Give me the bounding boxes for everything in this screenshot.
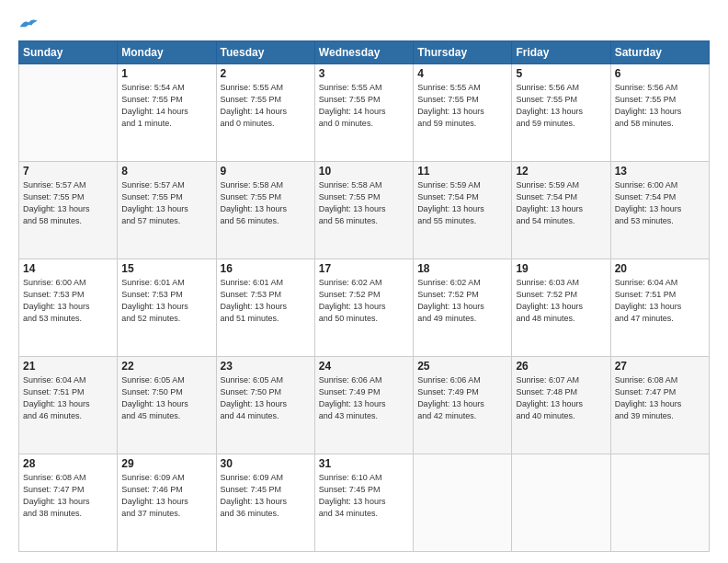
day-info: Sunrise: 6:06 AM Sunset: 7:49 PM Dayligh…	[417, 374, 507, 422]
day-number: 8	[121, 165, 211, 178]
calendar-week-row: 7Sunrise: 5:57 AM Sunset: 7:55 PM Daylig…	[19, 162, 710, 259]
calendar-week-row: 21Sunrise: 6:04 AM Sunset: 7:51 PM Dayli…	[19, 357, 710, 454]
day-info: Sunrise: 6:03 AM Sunset: 7:52 PM Dayligh…	[516, 277, 606, 325]
weekday-header: Tuesday	[216, 41, 314, 64]
day-number: 24	[319, 360, 409, 373]
calendar-cell: 14Sunrise: 6:00 AM Sunset: 7:53 PM Dayli…	[19, 259, 118, 357]
calendar-cell: 12Sunrise: 5:59 AM Sunset: 7:54 PM Dayli…	[512, 162, 610, 259]
day-info: Sunrise: 5:55 AM Sunset: 7:55 PM Dayligh…	[417, 82, 507, 130]
day-number: 18	[417, 262, 507, 275]
calendar-cell: 17Sunrise: 6:02 AM Sunset: 7:52 PM Dayli…	[314, 259, 413, 357]
day-number: 1	[121, 67, 211, 80]
calendar-cell	[414, 454, 512, 552]
calendar-week-row: 1Sunrise: 5:54 AM Sunset: 7:55 PM Daylig…	[19, 64, 710, 162]
header	[18, 17, 710, 31]
day-info: Sunrise: 6:10 AM Sunset: 7:45 PM Dayligh…	[319, 472, 409, 520]
day-info: Sunrise: 6:04 AM Sunset: 7:51 PM Dayligh…	[23, 374, 113, 422]
day-info: Sunrise: 5:56 AM Sunset: 7:55 PM Dayligh…	[516, 82, 606, 130]
day-info: Sunrise: 6:02 AM Sunset: 7:52 PM Dayligh…	[417, 277, 507, 325]
page: SundayMondayTuesdayWednesdayThursdayFrid…	[0, 0, 728, 563]
day-info: Sunrise: 6:09 AM Sunset: 7:46 PM Dayligh…	[121, 472, 211, 520]
calendar-cell: 31Sunrise: 6:10 AM Sunset: 7:45 PM Dayli…	[314, 454, 413, 552]
calendar-cell	[610, 454, 709, 552]
day-info: Sunrise: 5:54 AM Sunset: 7:55 PM Dayligh…	[121, 82, 211, 130]
day-number: 30	[221, 457, 311, 470]
calendar-cell: 6Sunrise: 5:56 AM Sunset: 7:55 PM Daylig…	[610, 64, 709, 162]
weekday-header: Saturday	[610, 41, 709, 64]
day-number: 25	[417, 360, 507, 373]
calendar-cell: 2Sunrise: 5:55 AM Sunset: 7:55 PM Daylig…	[216, 64, 314, 162]
calendar-cell: 20Sunrise: 6:04 AM Sunset: 7:51 PM Dayli…	[610, 259, 709, 357]
day-number: 14	[23, 262, 113, 275]
day-number: 31	[319, 457, 409, 470]
calendar-cell: 15Sunrise: 6:01 AM Sunset: 7:53 PM Dayli…	[118, 259, 216, 357]
day-info: Sunrise: 5:57 AM Sunset: 7:55 PM Dayligh…	[23, 179, 113, 227]
day-number: 19	[516, 262, 606, 275]
logo-bird-icon	[18, 17, 40, 31]
calendar-cell: 27Sunrise: 6:08 AM Sunset: 7:47 PM Dayli…	[610, 357, 709, 454]
calendar-cell: 11Sunrise: 5:59 AM Sunset: 7:54 PM Dayli…	[414, 162, 512, 259]
day-info: Sunrise: 5:58 AM Sunset: 7:55 PM Dayligh…	[319, 179, 409, 227]
day-number: 9	[221, 165, 311, 178]
calendar-cell: 29Sunrise: 6:09 AM Sunset: 7:46 PM Dayli…	[118, 454, 216, 552]
day-number: 23	[221, 360, 311, 373]
weekday-header: Sunday	[19, 41, 118, 64]
calendar-cell: 9Sunrise: 5:58 AM Sunset: 7:55 PM Daylig…	[216, 162, 314, 259]
day-info: Sunrise: 6:05 AM Sunset: 7:50 PM Dayligh…	[121, 374, 211, 422]
calendar-cell: 24Sunrise: 6:06 AM Sunset: 7:49 PM Dayli…	[314, 357, 413, 454]
day-number: 2	[221, 67, 311, 80]
calendar-week-row: 14Sunrise: 6:00 AM Sunset: 7:53 PM Dayli…	[19, 259, 710, 357]
calendar-cell: 1Sunrise: 5:54 AM Sunset: 7:55 PM Daylig…	[118, 64, 216, 162]
calendar-cell: 18Sunrise: 6:02 AM Sunset: 7:52 PM Dayli…	[414, 259, 512, 357]
day-info: Sunrise: 6:06 AM Sunset: 7:49 PM Dayligh…	[319, 374, 409, 422]
day-number: 7	[23, 165, 113, 178]
day-info: Sunrise: 5:55 AM Sunset: 7:55 PM Dayligh…	[221, 82, 311, 130]
day-number: 13	[615, 165, 705, 178]
day-number: 16	[221, 262, 311, 275]
day-number: 5	[516, 67, 606, 80]
calendar-week-row: 28Sunrise: 6:08 AM Sunset: 7:47 PM Dayli…	[19, 454, 710, 552]
calendar-cell: 16Sunrise: 6:01 AM Sunset: 7:53 PM Dayli…	[216, 259, 314, 357]
weekday-header: Thursday	[414, 41, 512, 64]
day-info: Sunrise: 5:57 AM Sunset: 7:55 PM Dayligh…	[121, 179, 211, 227]
calendar-table: SundayMondayTuesdayWednesdayThursdayFrid…	[18, 40, 710, 552]
calendar-cell: 30Sunrise: 6:09 AM Sunset: 7:45 PM Dayli…	[216, 454, 314, 552]
day-number: 21	[23, 360, 113, 373]
weekday-header: Wednesday	[314, 41, 413, 64]
day-info: Sunrise: 5:58 AM Sunset: 7:55 PM Dayligh…	[221, 179, 311, 227]
calendar-cell: 7Sunrise: 5:57 AM Sunset: 7:55 PM Daylig…	[19, 162, 118, 259]
day-number: 10	[319, 165, 409, 178]
day-info: Sunrise: 5:59 AM Sunset: 7:54 PM Dayligh…	[417, 179, 507, 227]
day-number: 22	[121, 360, 211, 373]
day-number: 28	[23, 457, 113, 470]
day-info: Sunrise: 6:05 AM Sunset: 7:50 PM Dayligh…	[221, 374, 311, 422]
calendar-cell: 13Sunrise: 6:00 AM Sunset: 7:54 PM Dayli…	[610, 162, 709, 259]
calendar-cell: 28Sunrise: 6:08 AM Sunset: 7:47 PM Dayli…	[19, 454, 118, 552]
day-number: 12	[516, 165, 606, 178]
day-info: Sunrise: 5:56 AM Sunset: 7:55 PM Dayligh…	[615, 82, 705, 130]
day-number: 29	[121, 457, 211, 470]
calendar-cell: 23Sunrise: 6:05 AM Sunset: 7:50 PM Dayli…	[216, 357, 314, 454]
day-number: 3	[319, 67, 409, 80]
weekday-header: Monday	[118, 41, 216, 64]
day-number: 27	[615, 360, 705, 373]
day-info: Sunrise: 6:01 AM Sunset: 7:53 PM Dayligh…	[121, 277, 211, 325]
calendar-cell: 19Sunrise: 6:03 AM Sunset: 7:52 PM Dayli…	[512, 259, 610, 357]
day-info: Sunrise: 6:02 AM Sunset: 7:52 PM Dayligh…	[319, 277, 409, 325]
day-number: 17	[319, 262, 409, 275]
calendar-cell: 4Sunrise: 5:55 AM Sunset: 7:55 PM Daylig…	[414, 64, 512, 162]
day-info: Sunrise: 6:07 AM Sunset: 7:48 PM Dayligh…	[516, 374, 606, 422]
logo	[18, 17, 44, 31]
day-number: 15	[121, 262, 211, 275]
calendar-cell: 25Sunrise: 6:06 AM Sunset: 7:49 PM Dayli…	[414, 357, 512, 454]
day-info: Sunrise: 6:04 AM Sunset: 7:51 PM Dayligh…	[615, 277, 705, 325]
day-number: 4	[417, 67, 507, 80]
day-number: 20	[615, 262, 705, 275]
day-info: Sunrise: 5:55 AM Sunset: 7:55 PM Dayligh…	[319, 82, 409, 130]
day-info: Sunrise: 6:00 AM Sunset: 7:53 PM Dayligh…	[23, 277, 113, 325]
calendar-cell: 22Sunrise: 6:05 AM Sunset: 7:50 PM Dayli…	[118, 357, 216, 454]
day-number: 11	[417, 165, 507, 178]
day-info: Sunrise: 6:01 AM Sunset: 7:53 PM Dayligh…	[221, 277, 311, 325]
calendar-cell: 3Sunrise: 5:55 AM Sunset: 7:55 PM Daylig…	[314, 64, 413, 162]
day-info: Sunrise: 5:59 AM Sunset: 7:54 PM Dayligh…	[516, 179, 606, 227]
